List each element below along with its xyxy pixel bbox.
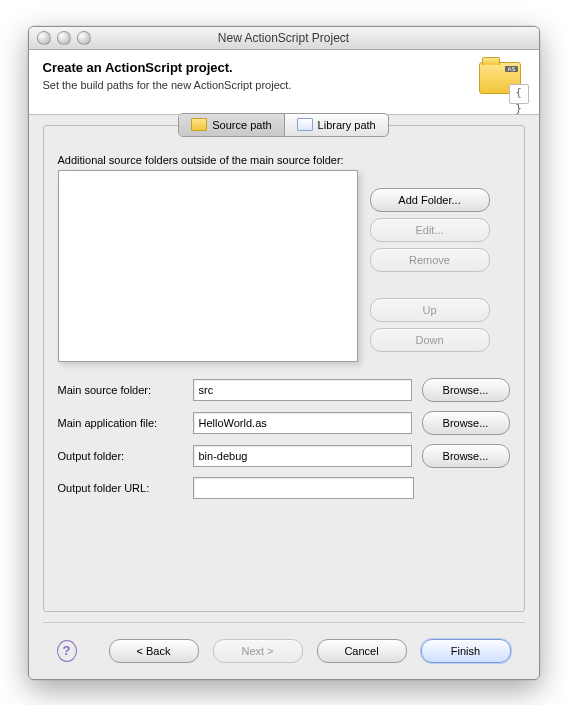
tab-label: Source path — [212, 119, 271, 131]
add-folder-button[interactable]: Add Folder... — [370, 188, 490, 212]
browse-main-app-button[interactable]: Browse... — [422, 411, 510, 435]
next-button: Next > — [213, 639, 303, 663]
main-source-input[interactable] — [193, 379, 412, 401]
main-app-input[interactable] — [193, 412, 412, 434]
up-button: Up — [370, 298, 490, 322]
back-button[interactable]: < Back — [109, 639, 199, 663]
build-paths-panel: Source path Library path Additional sour… — [43, 125, 525, 612]
wizard-header: Create an ActionScript project. Set the … — [29, 50, 539, 115]
tab-library-path[interactable]: Library path — [285, 114, 388, 136]
page-subtitle: Set the build paths for the new ActionSc… — [43, 79, 292, 91]
page-title: Create an ActionScript project. — [43, 60, 292, 75]
braces-icon: { } — [509, 84, 529, 104]
output-folder-input[interactable] — [193, 445, 412, 467]
output-url-input[interactable] — [193, 477, 414, 499]
project-folder-icon: AS { } — [479, 62, 525, 100]
folder-icon — [191, 118, 207, 131]
tab-label: Library path — [318, 119, 376, 131]
cancel-button[interactable]: Cancel — [317, 639, 407, 663]
tab-group: Source path Library path — [178, 113, 388, 137]
remove-button: Remove — [370, 248, 490, 272]
tab-source-path[interactable]: Source path — [179, 114, 284, 136]
main-app-label: Main application file: — [58, 417, 183, 429]
browse-main-source-button[interactable]: Browse... — [422, 378, 510, 402]
dialog-window: New ActionScript Project Create an Actio… — [28, 26, 540, 680]
down-button: Down — [370, 328, 490, 352]
output-folder-label: Output folder: — [58, 450, 183, 462]
main-source-label: Main source folder: — [58, 384, 183, 396]
edit-button: Edit... — [370, 218, 490, 242]
library-icon — [297, 118, 313, 131]
output-url-label: Output folder URL: — [58, 482, 183, 494]
source-folders-list[interactable] — [58, 170, 358, 362]
help-icon[interactable]: ? — [57, 640, 77, 662]
titlebar: New ActionScript Project — [29, 27, 539, 50]
wizard-footer: ? < Back Next > Cancel Finish — [43, 622, 525, 679]
source-folders-label: Additional source folders outside of the… — [58, 154, 510, 166]
browse-output-button[interactable]: Browse... — [422, 444, 510, 468]
finish-button[interactable]: Finish — [421, 639, 511, 663]
window-title: New ActionScript Project — [29, 31, 539, 45]
